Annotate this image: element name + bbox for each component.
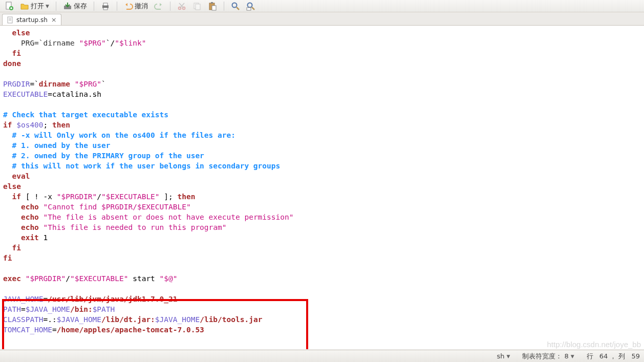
svg-rect-15	[247, 8, 251, 10]
dropdown-arrow-icon: ▼	[46, 4, 49, 9]
separator	[170, 2, 170, 11]
search-button[interactable]	[229, 1, 242, 11]
toolbar: 打开 ▼ 保存 撤消	[0, 0, 644, 12]
tab-bar: startup.sh ×	[0, 12, 644, 26]
dropdown-arrow-icon: ▼	[571, 354, 574, 359]
open-button[interactable]: 打开 ▼	[18, 1, 51, 11]
status-cursor-position: 行 64，列 59	[587, 352, 640, 361]
status-bar: sh ▼ 制表符宽度：8 ▼ 行 64，列 59	[0, 350, 644, 362]
separator	[224, 2, 224, 11]
copy-button[interactable]	[191, 1, 203, 11]
undo-button[interactable]: 撤消	[122, 1, 149, 11]
code-editor[interactable]: else PRG=`dirname "$PRG"`/"$link" fi don…	[0, 26, 644, 349]
search-replace-button[interactable]	[245, 1, 257, 11]
cut-button[interactable]	[176, 1, 188, 11]
new-file-button[interactable]	[3, 1, 15, 11]
open-label: 打开	[31, 2, 44, 11]
svg-rect-12	[212, 6, 216, 10]
svg-rect-11	[211, 2, 213, 4]
dropdown-arrow-icon: ▼	[507, 354, 510, 359]
tab-startup-sh[interactable]: startup.sh ×	[2, 14, 61, 25]
save-label: 保存	[74, 2, 87, 11]
tab-filename: startup.sh	[16, 16, 48, 24]
tab-close-icon[interactable]: ×	[51, 16, 57, 24]
separator	[56, 2, 56, 11]
status-language[interactable]: sh ▼	[497, 352, 510, 360]
svg-point-13	[232, 3, 237, 7]
svg-rect-16	[8, 17, 12, 23]
status-tabwidth[interactable]: 制表符宽度：8 ▼	[522, 352, 574, 361]
redo-button[interactable]	[153, 1, 165, 11]
svg-rect-4	[103, 3, 108, 6]
svg-point-14	[247, 3, 252, 7]
print-button[interactable]	[99, 1, 112, 11]
save-button[interactable]: 保存	[61, 1, 89, 11]
code-content: else PRG=`dirname "$PRG"`/"$link" fi don…	[3, 28, 641, 335]
svg-rect-5	[103, 8, 108, 10]
separator	[94, 2, 94, 11]
file-icon	[7, 16, 14, 24]
paste-button[interactable]	[206, 1, 219, 11]
svg-rect-9	[196, 4, 200, 10]
undo-label: 撤消	[135, 2, 148, 11]
separator	[117, 2, 117, 11]
